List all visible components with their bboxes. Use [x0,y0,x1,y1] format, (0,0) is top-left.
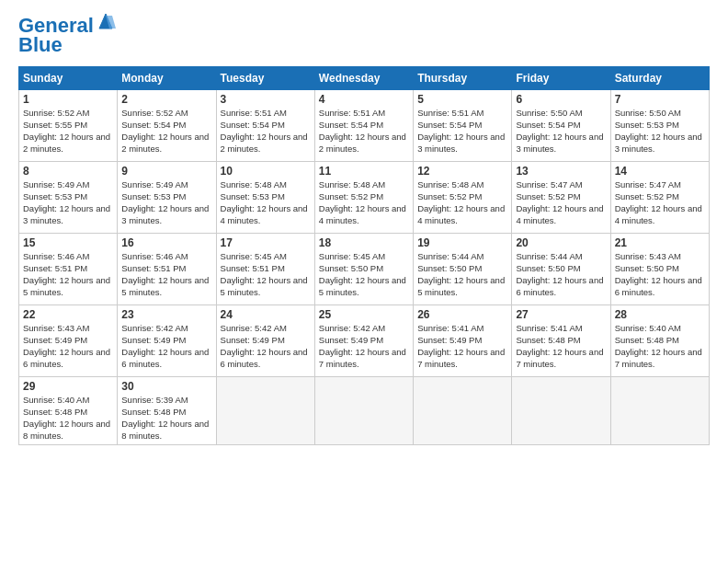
day-info: Sunrise: 5:46 AM Sunset: 5:51 PM Dayligh… [121,251,211,298]
day-cell: 26 Sunrise: 5:41 AM Sunset: 5:49 PM Dayl… [414,305,512,377]
day-info: Sunrise: 5:45 AM Sunset: 5:50 PM Dayligh… [319,251,409,298]
day-number: 17 [221,236,311,249]
day-info: Sunrise: 5:48 AM Sunset: 5:52 PM Dayligh… [319,179,409,226]
day-cell: 9 Sunrise: 5:49 AM Sunset: 5:53 PM Dayli… [118,162,216,234]
day-info: Sunrise: 5:46 AM Sunset: 5:51 PM Dayligh… [23,251,113,298]
day-cell: 29 Sunrise: 5:40 AM Sunset: 5:48 PM Dayl… [19,377,118,445]
day-cell: 5 Sunrise: 5:51 AM Sunset: 5:54 PM Dayli… [414,90,512,162]
day-number: 23 [121,308,211,321]
day-cell: 6 Sunrise: 5:50 AM Sunset: 5:54 PM Dayli… [512,90,610,162]
header: General Blue [18,15,710,57]
day-number: 18 [319,236,409,249]
day-cell: 20 Sunrise: 5:44 AM Sunset: 5:50 PM Dayl… [512,234,610,305]
day-cell: 22 Sunrise: 5:43 AM Sunset: 5:49 PM Dayl… [19,305,118,377]
day-number: 19 [417,236,507,249]
calendar-table: SundayMondayTuesdayWednesdayThursdayFrid… [18,66,710,445]
day-number: 5 [417,93,507,106]
day-info: Sunrise: 5:41 AM Sunset: 5:49 PM Dayligh… [417,323,507,370]
col-header-tuesday: Tuesday [216,67,314,90]
week-row-0: 1 Sunrise: 5:52 AM Sunset: 5:55 PM Dayli… [19,90,710,162]
day-number: 28 [615,308,705,321]
day-number: 12 [417,165,507,178]
day-number: 15 [23,236,113,249]
day-info: Sunrise: 5:50 AM Sunset: 5:54 PM Dayligh… [516,108,606,155]
day-number: 24 [221,308,311,321]
day-cell: 16 Sunrise: 5:46 AM Sunset: 5:51 PM Dayl… [118,234,216,305]
day-number: 21 [615,236,705,249]
day-cell: 3 Sunrise: 5:51 AM Sunset: 5:54 PM Dayli… [216,90,314,162]
day-info: Sunrise: 5:43 AM Sunset: 5:49 PM Dayligh… [23,323,113,370]
day-cell: 13 Sunrise: 5:47 AM Sunset: 5:52 PM Dayl… [512,162,610,234]
week-row-4: 29 Sunrise: 5:40 AM Sunset: 5:48 PM Dayl… [19,377,710,445]
col-header-saturday: Saturday [610,67,709,90]
day-info: Sunrise: 5:40 AM Sunset: 5:48 PM Dayligh… [23,395,113,442]
day-cell [610,377,709,445]
day-info: Sunrise: 5:49 AM Sunset: 5:53 PM Dayligh… [121,179,211,226]
day-number: 11 [319,165,409,178]
day-number: 7 [615,93,705,106]
week-row-3: 22 Sunrise: 5:43 AM Sunset: 5:49 PM Dayl… [19,305,710,377]
col-header-friday: Friday [512,67,610,90]
day-number: 20 [516,236,606,249]
day-info: Sunrise: 5:45 AM Sunset: 5:51 PM Dayligh… [221,251,311,298]
logo-icon [96,12,116,30]
day-number: 29 [23,380,113,393]
day-cell: 19 Sunrise: 5:44 AM Sunset: 5:50 PM Dayl… [414,234,512,305]
day-number: 30 [121,380,211,393]
day-number: 2 [121,93,211,106]
day-number: 16 [121,236,211,249]
day-number: 1 [23,93,113,106]
day-info: Sunrise: 5:44 AM Sunset: 5:50 PM Dayligh… [417,251,507,298]
day-cell: 18 Sunrise: 5:45 AM Sunset: 5:50 PM Dayl… [314,234,413,305]
day-number: 3 [221,93,311,106]
day-number: 27 [516,308,606,321]
day-cell [414,377,512,445]
day-cell [512,377,610,445]
page: General Blue SundayMondayTuesdayWednesda… [0,0,728,563]
day-cell: 8 Sunrise: 5:49 AM Sunset: 5:53 PM Dayli… [19,162,118,234]
day-number: 9 [121,165,211,178]
day-info: Sunrise: 5:51 AM Sunset: 5:54 PM Dayligh… [417,108,507,155]
day-number: 6 [516,93,606,106]
day-info: Sunrise: 5:41 AM Sunset: 5:48 PM Dayligh… [516,323,606,370]
day-info: Sunrise: 5:48 AM Sunset: 5:52 PM Dayligh… [417,179,507,226]
day-cell: 1 Sunrise: 5:52 AM Sunset: 5:55 PM Dayli… [19,90,118,162]
day-number: 13 [516,165,606,178]
week-row-2: 15 Sunrise: 5:46 AM Sunset: 5:51 PM Dayl… [19,234,710,305]
day-cell: 28 Sunrise: 5:40 AM Sunset: 5:48 PM Dayl… [610,305,709,377]
day-cell: 10 Sunrise: 5:48 AM Sunset: 5:53 PM Dayl… [216,162,314,234]
day-info: Sunrise: 5:42 AM Sunset: 5:49 PM Dayligh… [319,323,409,370]
day-cell: 30 Sunrise: 5:39 AM Sunset: 5:48 PM Dayl… [118,377,216,445]
day-cell: 11 Sunrise: 5:48 AM Sunset: 5:52 PM Dayl… [314,162,413,234]
day-cell: 23 Sunrise: 5:42 AM Sunset: 5:49 PM Dayl… [118,305,216,377]
col-header-monday: Monday [118,67,216,90]
day-cell: 25 Sunrise: 5:42 AM Sunset: 5:49 PM Dayl… [314,305,413,377]
day-number: 10 [221,165,311,178]
day-info: Sunrise: 5:47 AM Sunset: 5:52 PM Dayligh… [615,179,705,226]
day-info: Sunrise: 5:51 AM Sunset: 5:54 PM Dayligh… [221,108,311,155]
day-cell: 12 Sunrise: 5:48 AM Sunset: 5:52 PM Dayl… [414,162,512,234]
day-info: Sunrise: 5:50 AM Sunset: 5:53 PM Dayligh… [615,108,705,155]
col-header-sunday: Sunday [19,67,118,90]
day-cell: 17 Sunrise: 5:45 AM Sunset: 5:51 PM Dayl… [216,234,314,305]
header-row: SundayMondayTuesdayWednesdayThursdayFrid… [19,67,710,90]
week-row-1: 8 Sunrise: 5:49 AM Sunset: 5:53 PM Dayli… [19,162,710,234]
day-info: Sunrise: 5:42 AM Sunset: 5:49 PM Dayligh… [121,323,211,370]
day-cell [314,377,413,445]
day-info: Sunrise: 5:48 AM Sunset: 5:53 PM Dayligh… [221,179,311,226]
day-info: Sunrise: 5:52 AM Sunset: 5:55 PM Dayligh… [23,108,113,155]
day-cell: 15 Sunrise: 5:46 AM Sunset: 5:51 PM Dayl… [19,234,118,305]
day-cell: 7 Sunrise: 5:50 AM Sunset: 5:53 PM Dayli… [610,90,709,162]
day-number: 8 [23,165,113,178]
day-info: Sunrise: 5:49 AM Sunset: 5:53 PM Dayligh… [23,179,113,226]
day-cell: 24 Sunrise: 5:42 AM Sunset: 5:49 PM Dayl… [216,305,314,377]
day-info: Sunrise: 5:51 AM Sunset: 5:54 PM Dayligh… [319,108,409,155]
day-info: Sunrise: 5:47 AM Sunset: 5:52 PM Dayligh… [516,179,606,226]
day-info: Sunrise: 5:39 AM Sunset: 5:48 PM Dayligh… [121,395,211,442]
day-cell: 14 Sunrise: 5:47 AM Sunset: 5:52 PM Dayl… [610,162,709,234]
day-cell: 2 Sunrise: 5:52 AM Sunset: 5:54 PM Dayli… [118,90,216,162]
day-cell: 21 Sunrise: 5:43 AM Sunset: 5:50 PM Dayl… [610,234,709,305]
logo: General Blue [18,15,116,57]
day-cell: 27 Sunrise: 5:41 AM Sunset: 5:48 PM Dayl… [512,305,610,377]
day-cell: 4 Sunrise: 5:51 AM Sunset: 5:54 PM Dayli… [314,90,413,162]
